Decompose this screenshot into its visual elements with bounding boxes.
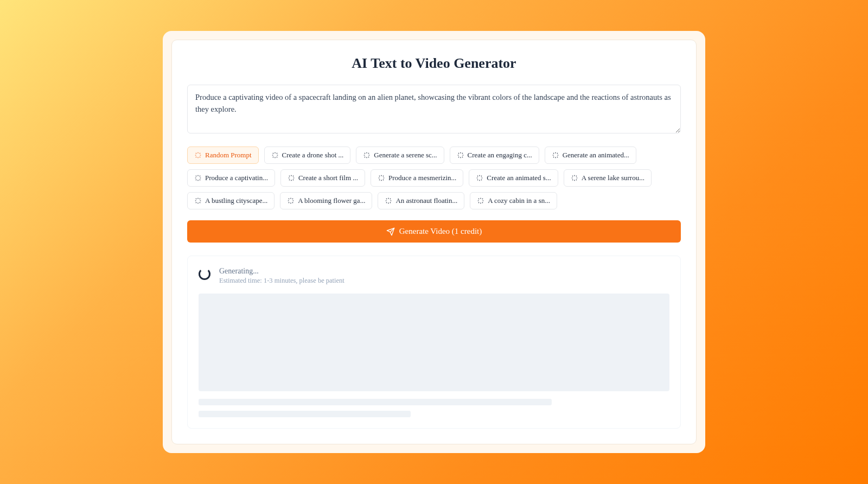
suggestion-chip[interactable]: Generate a serene sc... <box>356 147 444 164</box>
sparkle-icon <box>288 174 295 182</box>
sparkle-icon <box>194 174 202 182</box>
chip-label: Produce a mesmerizin... <box>388 174 456 182</box>
sparkle-icon <box>363 151 371 159</box>
status-header: Generating... Estimated time: 1-3 minute… <box>199 267 669 285</box>
chip-label: Generate a serene sc... <box>374 151 437 160</box>
suggestion-chip[interactable]: A bustling cityscape... <box>187 192 275 209</box>
suggestion-chip[interactable]: An astronaut floatin... <box>378 192 464 209</box>
sparkle-icon <box>194 197 202 205</box>
sparkle-icon <box>552 151 559 159</box>
skeleton-preview <box>199 294 669 391</box>
sparkle-icon <box>287 197 295 205</box>
chip-label: Create an engaging c... <box>468 151 532 160</box>
main-card: AI Text to Video Generator Random Prompt… <box>171 40 697 444</box>
sparkle-icon <box>271 151 279 159</box>
chip-label: A serene lake surrou... <box>582 174 644 182</box>
status-title: Generating... <box>219 267 344 276</box>
random-prompt-button[interactable]: Random Prompt <box>187 147 259 164</box>
skeleton-line <box>199 411 411 417</box>
loading-spinner-icon <box>199 268 210 280</box>
chip-label: A bustling cityscape... <box>205 196 267 205</box>
suggestion-chip[interactable]: Create a short film ... <box>280 169 365 187</box>
suggestion-chip[interactable]: A serene lake surrou... <box>564 169 652 187</box>
suggestion-chip[interactable]: A cozy cabin in a sn... <box>470 192 557 209</box>
skeleton-line <box>199 399 552 405</box>
app-panel: AI Text to Video Generator Random Prompt… <box>163 31 705 453</box>
chip-label: Random Prompt <box>205 151 252 160</box>
status-subtitle: Estimated time: 1-3 minutes, please be p… <box>219 277 344 285</box>
chip-label: A cozy cabin in a sn... <box>488 196 550 205</box>
sparkle-icon <box>571 174 578 182</box>
generate-button[interactable]: Generate Video (1 credit) <box>187 220 681 243</box>
sparkle-icon <box>378 174 385 182</box>
chip-label: Create an animated s... <box>487 174 551 182</box>
prompt-input[interactable] <box>187 85 681 133</box>
suggestion-chip[interactable]: Produce a mesmerizin... <box>371 169 463 187</box>
sparkle-icon <box>194 151 202 159</box>
suggestion-chip[interactable]: A blooming flower ga... <box>280 192 372 209</box>
send-icon <box>386 227 395 236</box>
suggestion-chip[interactable]: Produce a captivatin... <box>187 169 275 187</box>
status-card: Generating... Estimated time: 1-3 minute… <box>187 256 681 429</box>
page-title: AI Text to Video Generator <box>187 55 681 72</box>
suggestion-chip[interactable]: Create an engaging c... <box>450 147 539 164</box>
chip-label: Produce a captivatin... <box>205 174 268 182</box>
chip-label: A blooming flower ga... <box>298 196 365 205</box>
suggestion-chips: Random Prompt Create a drone shot ... Ge… <box>187 147 681 209</box>
status-text: Generating... Estimated time: 1-3 minute… <box>219 267 344 285</box>
chip-label: Create a drone shot ... <box>282 151 344 160</box>
sparkle-icon <box>477 197 484 205</box>
sparkle-icon <box>476 174 483 182</box>
chip-label: Generate an animated... <box>563 151 629 160</box>
sparkle-icon <box>457 151 464 159</box>
generate-button-label: Generate Video (1 credit) <box>399 227 482 236</box>
chip-label: An astronaut floatin... <box>395 196 457 205</box>
suggestion-chip[interactable]: Create a drone shot ... <box>264 147 351 164</box>
suggestion-chip[interactable]: Generate an animated... <box>545 147 636 164</box>
sparkle-icon <box>385 197 392 205</box>
suggestion-chip[interactable]: Create an animated s... <box>469 169 558 187</box>
chip-label: Create a short film ... <box>298 174 358 182</box>
